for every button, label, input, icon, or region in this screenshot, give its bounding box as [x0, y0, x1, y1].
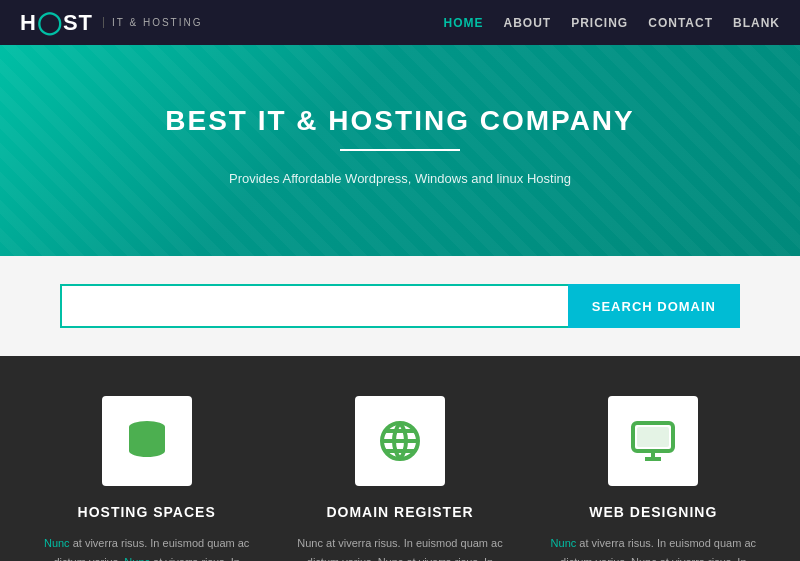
- feature-hosting: HOSTING SPACES Nunc at viverra risus. In…: [20, 396, 273, 561]
- features-section: HOSTING SPACES Nunc at viverra risus. In…: [0, 356, 800, 561]
- hosting-title: HOSTING SPACES: [40, 504, 253, 520]
- search-section: SEARCH DOMAIN: [0, 256, 800, 356]
- search-domain-button[interactable]: SEARCH DOMAIN: [568, 284, 740, 328]
- web-title: WEB DESIGNING: [547, 504, 760, 520]
- logo-text: H◯ST: [20, 10, 93, 36]
- svg-rect-8: [637, 427, 669, 447]
- nav-contact[interactable]: CONTACT: [648, 16, 713, 30]
- logo-subtitle: IT & HOSTING: [103, 17, 203, 28]
- feature-domain: DOMAIN REGISTER Nunc at viverra risus. I…: [273, 396, 526, 561]
- domain-title: DOMAIN REGISTER: [293, 504, 506, 520]
- hero-title: BEST IT & HOSTING COMPANY: [20, 105, 780, 137]
- nav-pricing[interactable]: PRICING: [571, 16, 628, 30]
- nav-blank[interactable]: BLANK: [733, 16, 780, 30]
- hosting-icon-box: [102, 396, 192, 486]
- web-desc: Nunc at viverra risus. In euismod quam a…: [547, 534, 760, 561]
- logo: H◯ST IT & HOSTING: [20, 10, 203, 36]
- hero-subtitle: Provides Affordable Wordpress, Windows a…: [20, 171, 780, 186]
- nav-home[interactable]: HOME: [444, 16, 484, 30]
- web-icon-box: [608, 396, 698, 486]
- hosting-desc: Nunc at viverra risus. In euismod quam a…: [40, 534, 253, 561]
- monitor-icon: [629, 417, 677, 465]
- search-input[interactable]: [60, 284, 568, 328]
- feature-web: WEB DESIGNING Nunc at viverra risus. In …: [527, 396, 780, 561]
- domain-icon-box: [355, 396, 445, 486]
- hero-divider: [340, 149, 460, 151]
- hero-section: BEST IT & HOSTING COMPANY Provides Affor…: [0, 45, 800, 256]
- domain-desc: Nunc at viverra risus. In euismod quam a…: [293, 534, 506, 561]
- database-icon: [123, 417, 171, 465]
- header: H◯ST IT & HOSTING HOME ABOUT PRICING CON…: [0, 0, 800, 45]
- main-nav: HOME ABOUT PRICING CONTACT BLANK: [444, 16, 780, 30]
- nav-about[interactable]: ABOUT: [504, 16, 552, 30]
- globe-icon: [376, 417, 424, 465]
